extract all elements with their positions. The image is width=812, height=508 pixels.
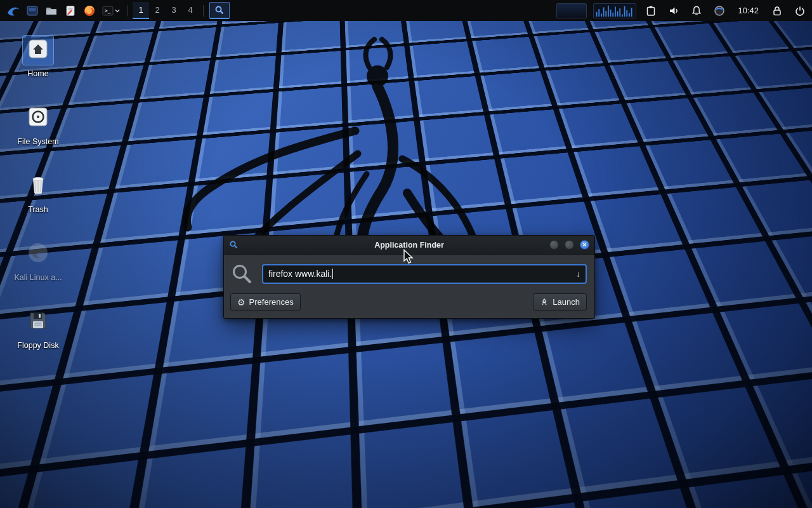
kali-link-icon [27, 241, 49, 264]
button-row: ⚙ Preferences Launch [230, 293, 587, 311]
clock-label: 10:42 [738, 6, 759, 15]
desktop-icon-trash[interactable]: Trash [11, 171, 65, 214]
bell-icon [691, 5, 702, 17]
app-window-launcher[interactable] [23, 1, 42, 20]
file-manager-launcher[interactable] [42, 1, 61, 20]
gear-icon: ⚙ [237, 298, 246, 307]
system-tray: 10:42 [556, 1, 808, 20]
window-titlebar[interactable]: Application Finder × [224, 236, 594, 255]
terminal-launcher[interactable]: >_ [99, 1, 123, 20]
workspace-2-label: 2 [155, 5, 159, 15]
text-editor-icon [64, 4, 77, 17]
terminal-icon: >_ [102, 4, 114, 17]
panel-separator [128, 5, 128, 17]
text-editor-launcher[interactable] [61, 1, 80, 20]
filesystem-icon-wrap [23, 104, 53, 133]
chevron-down-icon [114, 8, 121, 14]
close-icon: × [582, 241, 586, 248]
top-panel: >_ 1 2 3 4 [0, 0, 812, 21]
maximize-button[interactable] [565, 240, 574, 250]
firefox-launcher[interactable] [80, 1, 99, 20]
notifications-tray-button[interactable] [688, 1, 705, 20]
preferences-label: Preferences [249, 297, 294, 307]
taskbar-application-finder[interactable] [209, 2, 230, 19]
panel-separator [203, 5, 204, 17]
kali-logo-icon [6, 4, 20, 18]
launch-button[interactable]: Launch [533, 293, 587, 311]
window-title: Application Finder [224, 241, 594, 250]
tray-indicator-button[interactable] [711, 1, 728, 20]
desktop-icon-home[interactable]: Home [11, 36, 65, 78]
floppy-label: Floppy Disk [17, 341, 58, 350]
finder-body: firefox www.kali. ↓ ⚙ Preferences Launch [224, 255, 594, 318]
search-icon [230, 262, 253, 285]
search-input-value: firefox www.kali. [268, 269, 332, 279]
workspace-1-label: 1 [138, 5, 143, 15]
logout-button[interactable] [792, 1, 808, 20]
filesystem-label: File System [17, 137, 58, 146]
search-row: firefox www.kali. ↓ [230, 262, 587, 285]
panel-clock[interactable]: 10:42 [734, 6, 763, 15]
desktop-icon-floppy[interactable]: Floppy Disk [11, 307, 65, 350]
folder-icon [45, 4, 58, 17]
text-caret [332, 269, 333, 279]
clipboard-tray-button[interactable] [643, 1, 659, 20]
workspace-4-label: 4 [188, 5, 192, 15]
desktop-icon-column: Home File System Trash [11, 36, 65, 350]
svg-text:>_: >_ [105, 8, 111, 14]
filesystem-icon [27, 105, 49, 128]
home-icon-highlight [23, 36, 53, 65]
trash-icon [27, 173, 49, 196]
system-monitor-thumbnail[interactable] [556, 3, 587, 18]
workspace-4[interactable]: 4 [182, 2, 199, 19]
workspace-3[interactable]: 3 [166, 2, 182, 19]
minimize-button[interactable] [549, 240, 559, 250]
launch-icon [540, 298, 549, 307]
entry-dropdown-icon[interactable]: ↓ [576, 269, 580, 279]
trash-icon-wrap [23, 171, 53, 201]
home-label: Home [27, 69, 48, 78]
close-button[interactable]: × [580, 240, 589, 250]
launch-label: Launch [553, 297, 580, 307]
workspace-1[interactable]: 1 [133, 2, 149, 19]
network-graph-icon[interactable] [593, 3, 636, 18]
volume-tray-button[interactable] [665, 1, 682, 20]
application-finder-window: Application Finder × firefox www.kali. ↓… [223, 235, 595, 319]
workspace-3-label: 3 [171, 5, 176, 15]
power-icon [794, 5, 806, 17]
kali-menu-button[interactable] [4, 1, 23, 20]
app-finder-task-icon [214, 5, 225, 15]
workspace-2[interactable]: 2 [149, 2, 166, 19]
kali-link-icon-wrap [23, 239, 53, 269]
preferences-button[interactable]: ⚙ Preferences [230, 293, 301, 311]
lock-screen-button[interactable] [769, 1, 785, 20]
desktop-icon-filesystem[interactable]: File System [11, 104, 65, 146]
kali-link-label: Kali Linux a... [14, 273, 62, 282]
lock-icon [771, 5, 783, 17]
floppy-disk-icon [27, 309, 49, 332]
volume-icon [668, 5, 679, 17]
floppy-icon-wrap [23, 307, 53, 337]
trash-label: Trash [28, 205, 48, 214]
search-input[interactable]: firefox www.kali. ↓ [262, 264, 587, 284]
window-controls: × [549, 240, 589, 250]
clipboard-icon [645, 5, 657, 17]
window-icon [26, 4, 39, 17]
firefox-icon [83, 4, 96, 17]
desktop-icon-kali-linux[interactable]: Kali Linux a... [11, 239, 65, 282]
home-icon [27, 37, 49, 60]
tray-indicator-icon [714, 5, 725, 17]
